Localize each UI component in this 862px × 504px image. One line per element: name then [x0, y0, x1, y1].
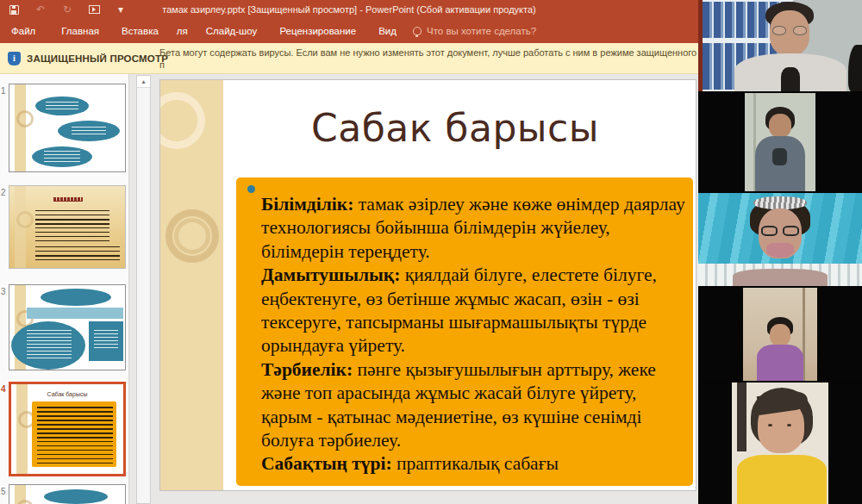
person-figure [781, 67, 800, 91]
slide-content-box: Білімділік: тамак әзірлеу және көже өнім… [236, 177, 693, 486]
person-figure [770, 324, 790, 346]
slide-thumbnail-1[interactable] [9, 84, 126, 172]
ribbon-tab-home[interactable]: Главная [50, 19, 110, 43]
thumb-slide-title: Сабак барысы [11, 391, 123, 397]
participant-video-4[interactable] [698, 288, 862, 381]
participant-video-1[interactable] [698, 0, 862, 91]
scroll-up-button[interactable]: ▴ [137, 76, 150, 88]
thumb-title-line [53, 197, 83, 202]
protected-view-banner: i ЗАЩИЩЕННЫЙ ПРОСМОТР Бета могут содержа… [0, 43, 698, 74]
slide-thumbnail-panel: 1 2 3 4 [0, 74, 129, 504]
person-figure [768, 424, 772, 426]
thumbnail-number-4: 4 [1, 384, 8, 394]
thumbnail-scrollbar[interactable]: ▴ [136, 75, 151, 504]
ellipse-shape [32, 146, 92, 167]
background-door-edge [737, 383, 746, 451]
paragraph: Тәрбиелік: пәнге қызығушылығын арттыру, … [261, 358, 685, 453]
thumb-deco-band [15, 186, 26, 268]
portrait-video-frame [732, 383, 828, 504]
slide-thumbnail-3[interactable] [9, 284, 126, 370]
person-figure [769, 114, 791, 138]
ellipse-shape [58, 121, 120, 141]
ribbon-tab-file[interactable]: Файл [0, 19, 47, 43]
slide-canvas: Сабак барысы Білімділік: тамак әзірлеу ж… [159, 79, 696, 491]
thumbnail-number-5: 5 [1, 487, 8, 496]
ribbon-tab-slideshow[interactable]: Слайд-шоу [195, 19, 269, 43]
person-figure [757, 345, 803, 381]
participant-video-2[interactable] [698, 93, 862, 191]
info-shield-icon: i [8, 52, 21, 65]
paragraph: Білімділік: тамак әзірлеу және көже өнім… [261, 193, 685, 264]
slide-thumbnail-4[interactable]: Сабак барысы [9, 382, 126, 476]
slide-title: Сабак барысы [223, 106, 687, 150]
thumb-content-box [32, 401, 116, 467]
ribbon-tab-review[interactable]: Рецензирование [268, 19, 367, 43]
rect-shape [89, 321, 123, 361]
thumb-text-lines [37, 407, 113, 467]
ellipse-shape [11, 321, 85, 370]
bullet-dot-icon [247, 185, 255, 193]
window-title: тамак азирлеу.pptx [Защищенный просмотр]… [0, 0, 698, 19]
participant-video-5[interactable] [698, 383, 862, 504]
slide-thumbnail-2[interactable] [9, 185, 126, 269]
ellipse-shape [44, 489, 108, 504]
screen: ↶ ↻ ▾ тамак азирлеу.pptx [Защищенный про… [0, 0, 862, 504]
video-panel [698, 0, 862, 504]
thumb-deco-band [15, 84, 26, 171]
face-mask [766, 243, 794, 258]
person-figure [737, 455, 827, 504]
headband [753, 196, 807, 209]
person-figure [733, 269, 828, 286]
ribbon-tab-view[interactable]: Вид [367, 19, 408, 43]
ellipse-shape [35, 96, 89, 115]
protected-view-message: Бета могут содержать вирусы. Если вам не… [159, 47, 696, 71]
shirt-graphic [772, 148, 787, 165]
glasses-icon [772, 26, 807, 36]
thumb-text-lines [35, 210, 109, 243]
paragraph: Сабақтың түрі: праптикалық сабағы [261, 452, 685, 476]
tell-me-label: Что вы хотите сделать? [427, 26, 536, 36]
portrait-video-frame [745, 93, 815, 191]
thumb-deco-band [16, 384, 28, 474]
portrait-video-frame [743, 288, 817, 381]
slide-thumbnail-5[interactable] [9, 484, 126, 504]
ellipse-shape [41, 289, 111, 306]
slide-deco-band [160, 80, 223, 490]
protected-view-message-line1: Бета могут содержать вирусы. Если вам не… [159, 47, 696, 59]
ribbon-tabs: Файл Главная Вставка ля Слайд-шоу Реценз… [0, 19, 698, 43]
thumbnail-number-3: 3 [1, 287, 8, 296]
ring-shape [174, 218, 210, 254]
thumbnail-number-1: 1 [1, 86, 8, 96]
protected-view-message-line2: п [159, 59, 696, 71]
ribbon-tab-design[interactable]: ля [170, 19, 195, 43]
participant-video-3[interactable] [698, 193, 862, 286]
protected-view-label: ЗАЩИЩЕННЫЙ ПРОСМОТР [27, 53, 168, 64]
tell-me-box[interactable]: Что вы хотите сделать? [413, 26, 536, 36]
powerpoint-window: ↶ ↻ ▾ тамак азирлеу.pptx [Защищенный про… [0, 0, 698, 504]
ribbon-tab-insert[interactable]: Вставка [110, 19, 170, 43]
person-figure [787, 424, 791, 426]
thumb-deco-band [15, 485, 26, 504]
glasses-icon [761, 226, 799, 237]
lightbulb-icon [413, 27, 422, 35]
bar-shape [27, 308, 123, 319]
thumbnail-number-2: 2 [1, 188, 8, 197]
title-bar: ↶ ↻ ▾ тамак азирлеу.pptx [Защищенный про… [0, 0, 698, 19]
thumb-text-lines [35, 246, 120, 260]
slide-body-text: Білімділік: тамак әзірлеу және көже өнім… [261, 193, 685, 476]
ring-shape [159, 92, 205, 149]
background-silhouette [848, 45, 862, 91]
paragraph: Дамытушылық: қиялдай білуге, елестете бі… [261, 264, 685, 358]
